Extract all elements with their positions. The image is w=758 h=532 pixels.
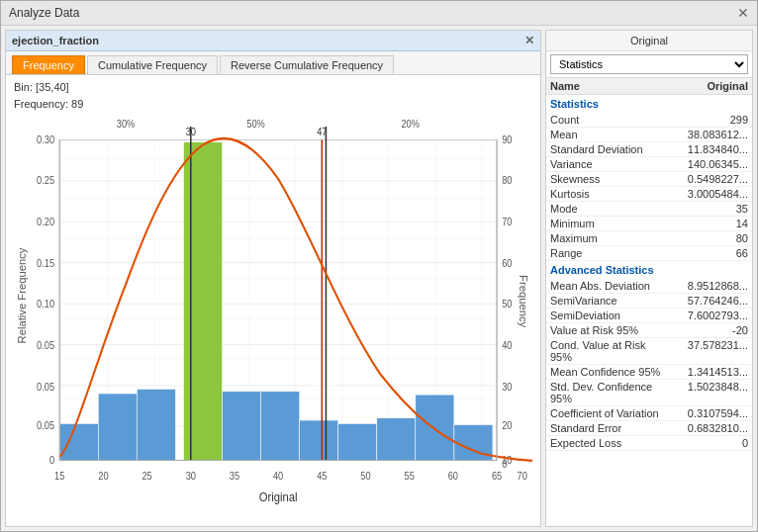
svg-text:25: 25 xyxy=(142,470,151,481)
window-title: Analyze Data xyxy=(9,6,79,20)
tab-bar: Frequency Cumulative Frequency Reverse C… xyxy=(6,51,540,75)
svg-text:20: 20 xyxy=(98,470,109,481)
svg-text:50: 50 xyxy=(360,470,371,481)
svg-text:0.05: 0.05 xyxy=(37,420,54,431)
stats-dropdown[interactable]: Statistics xyxy=(550,54,748,74)
stat-mean-conf-95: Mean Confidence 95% 1.3414513... xyxy=(546,365,752,380)
chart-info: Bin: [35,40] Frequency: 89 xyxy=(6,75,540,116)
svg-text:70: 70 xyxy=(502,217,513,227)
stat-standard-error: Standard Error 0.6832810... xyxy=(546,421,752,436)
svg-text:30: 30 xyxy=(186,127,197,137)
stat-std-dev: Standard Deviation 11.834840... xyxy=(546,142,752,157)
right-panel: Original Statistics Name Original Statis… xyxy=(545,30,753,527)
stat-mean-abs: Mean Abs. Deviation 8.9512868... xyxy=(546,279,752,294)
svg-rect-52 xyxy=(377,418,416,461)
svg-rect-45 xyxy=(98,394,137,461)
svg-text:0.20: 0.20 xyxy=(37,217,55,227)
stat-semivariance: SemiVariance 57.764246... xyxy=(546,294,752,309)
svg-text:0.05: 0.05 xyxy=(37,381,54,392)
svg-text:45: 45 xyxy=(317,470,327,481)
stat-coeff-variation: Coefficient of Variation 0.3107594... xyxy=(546,406,752,421)
svg-text:50%: 50% xyxy=(246,119,265,130)
col-header-name: Name xyxy=(550,80,669,92)
svg-text:60: 60 xyxy=(502,257,513,268)
stat-skewness: Skewness 0.5498227... xyxy=(546,172,752,187)
tab-cumulative-frequency[interactable]: Cumulative Frequency xyxy=(87,55,218,74)
right-panel-header: Original xyxy=(546,31,752,51)
stats-dropdown-row: Statistics xyxy=(546,51,752,78)
svg-text:Relative Frequency: Relative Frequency xyxy=(17,247,28,343)
svg-rect-48 xyxy=(223,392,261,461)
stats-table-header: Name Original xyxy=(546,78,752,95)
stat-count: Count 299 xyxy=(546,113,752,128)
svg-rect-50 xyxy=(300,420,338,461)
svg-rect-44 xyxy=(59,423,98,460)
svg-text:20: 20 xyxy=(502,420,513,431)
svg-rect-46 xyxy=(137,390,175,461)
title-bar: Analyze Data ✕ xyxy=(1,1,757,26)
stat-std-conf-95: Std. Dev. Confidence 95% 1.5023848... xyxy=(546,380,752,406)
tab-reverse-cumulative[interactable]: Reverse Cumulative Frequency xyxy=(220,55,394,74)
svg-text:50: 50 xyxy=(502,299,513,310)
stat-var-95: Value at Risk 95% -20 xyxy=(546,323,752,338)
svg-text:40: 40 xyxy=(502,340,513,351)
sub-title-bar: ejection_fraction ✕ xyxy=(6,31,540,51)
chart-subtitle: ejection_fraction xyxy=(12,35,99,46)
svg-text:90: 90 xyxy=(502,133,513,144)
bin-value: [35,40] xyxy=(36,81,69,93)
tab-frequency[interactable]: Frequency xyxy=(12,55,85,74)
svg-text:47: 47 xyxy=(317,127,327,137)
svg-text:60: 60 xyxy=(448,470,459,481)
section-statistics: Statistics xyxy=(546,95,752,113)
stat-mode: Mode 35 xyxy=(546,202,752,217)
stat-range: Range 66 xyxy=(546,246,752,261)
svg-text:Frequency: Frequency xyxy=(518,275,528,328)
svg-rect-49 xyxy=(261,392,300,461)
left-panel: ejection_fraction ✕ Frequency Cumulative… xyxy=(5,30,541,527)
col-header-original: Original xyxy=(669,80,748,92)
content-area: ejection_fraction ✕ Frequency Cumulative… xyxy=(1,26,757,531)
svg-text:0.05: 0.05 xyxy=(37,340,54,351)
stat-mean: Mean 38.083612... xyxy=(546,128,752,142)
stat-kurtosis: Kurtosis 3.0005484... xyxy=(546,187,752,202)
svg-text:0: 0 xyxy=(49,454,55,465)
svg-text:35: 35 xyxy=(230,470,239,481)
svg-text:30%: 30% xyxy=(117,119,136,130)
section-advanced-statistics: Advanced Statistics xyxy=(546,261,752,279)
svg-text:0: 0 xyxy=(502,459,508,470)
svg-text:80: 80 xyxy=(502,175,513,186)
svg-text:70: 70 xyxy=(518,470,528,481)
svg-rect-53 xyxy=(416,395,454,460)
svg-text:30: 30 xyxy=(186,470,197,481)
histogram-chart: 0.30 0.25 0.20 0.15 0.10 0.05 0.05 0.05 … xyxy=(14,118,532,518)
panel-close-button[interactable]: ✕ xyxy=(524,34,534,47)
svg-text:0.15: 0.15 xyxy=(37,257,54,268)
frequency-value: 89 xyxy=(71,98,83,110)
svg-text:0.10: 0.10 xyxy=(37,299,55,310)
svg-text:Original: Original xyxy=(259,490,298,505)
svg-text:55: 55 xyxy=(405,470,415,481)
stat-minimum: Minimum 14 xyxy=(546,217,752,231)
svg-text:40: 40 xyxy=(273,470,284,481)
bin-label: Bin: xyxy=(14,81,33,93)
svg-text:65: 65 xyxy=(492,470,502,481)
stat-variance: Variance 140.06345... xyxy=(546,157,752,172)
svg-text:0.25: 0.25 xyxy=(37,175,54,186)
svg-text:20%: 20% xyxy=(401,119,420,130)
stat-semideviation: SemiDeviation 7.6002793... xyxy=(546,309,752,323)
stats-scroll-area[interactable]: Statistics Count 299 Mean 38.083612... S… xyxy=(546,95,752,526)
svg-rect-47 xyxy=(184,142,223,461)
svg-rect-51 xyxy=(338,423,377,460)
main-window: Analyze Data ✕ ejection_fraction ✕ Frequ… xyxy=(0,0,758,532)
stat-expected-loss: Expected Loss 0 xyxy=(546,436,752,451)
svg-text:0.30: 0.30 xyxy=(37,133,55,144)
frequency-label: Frequency: xyxy=(14,98,68,110)
svg-text:15: 15 xyxy=(54,470,64,481)
stat-cvar-95: Cond. Value at Risk 95% 37.578231... xyxy=(546,338,752,365)
chart-area: 0.30 0.25 0.20 0.15 0.10 0.05 0.05 0.05 … xyxy=(6,116,540,526)
window-close-button[interactable]: ✕ xyxy=(737,5,749,21)
svg-text:30: 30 xyxy=(502,381,513,392)
stat-maximum: Maximum 80 xyxy=(546,231,752,246)
